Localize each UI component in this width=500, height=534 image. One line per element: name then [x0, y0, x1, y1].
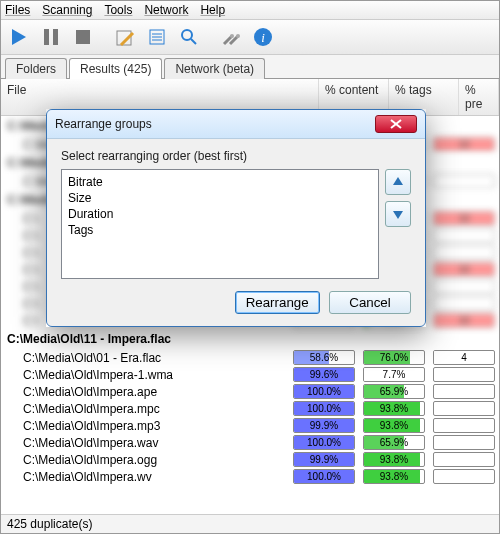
svg-point-14 — [230, 34, 234, 38]
pre-bar: 10 — [433, 262, 495, 277]
pre-bar — [433, 279, 495, 294]
dialog-title: Rearrange groups — [55, 117, 152, 131]
pre-bar — [433, 228, 495, 243]
pre-bar: 10 — [433, 211, 495, 226]
file-path: C:\Media\Old\Impera.ape — [1, 385, 289, 399]
content-bar: 100.0% — [293, 401, 355, 416]
pre-bar — [433, 384, 495, 399]
file-path: C:\Media\Old\Impera.wv — [1, 470, 289, 484]
group-header[interactable]: C:\Media\Old\11 - Impera.flac — [1, 329, 499, 349]
content-bar: 99.6% — [293, 367, 355, 382]
tab-bar: Folders Results (425) Network (beta) — [1, 55, 499, 79]
close-icon[interactable] — [375, 115, 417, 133]
svg-point-10 — [182, 30, 192, 40]
table-row[interactable]: C:\Media\Old\Impera.wv100.0%93.8% — [1, 468, 499, 485]
tags-bar: 65.9% — [363, 435, 425, 450]
move-down-button[interactable] — [385, 201, 411, 227]
status-bar: 425 duplicate(s) — [1, 514, 499, 533]
tab-network[interactable]: Network (beta) — [164, 58, 265, 79]
pre-bar: 4 — [433, 350, 495, 365]
list-item[interactable]: Duration — [66, 206, 374, 222]
rearrange-dialog: Rearrange groups Select rearranging orde… — [46, 109, 426, 327]
file-path: C:\Media\Old\Impera.ogg — [1, 453, 289, 467]
col-pre[interactable]: % pre — [459, 79, 499, 115]
tags-bar: 7.7% — [363, 367, 425, 382]
content-bar: 100.0% — [293, 435, 355, 450]
move-up-button[interactable] — [385, 169, 411, 195]
pre-bar — [433, 452, 495, 467]
tags-bar: 76.0% — [363, 350, 425, 365]
file-path: C:\Media\Old\Impera-1.wma — [1, 368, 289, 382]
search-icon[interactable] — [175, 23, 203, 51]
tab-folders[interactable]: Folders — [5, 58, 67, 79]
pre-bar — [433, 401, 495, 416]
table-row[interactable]: C:\Media\Old\Impera.mpc100.0%93.8% — [1, 400, 499, 417]
menu-scanning[interactable]: Scanning — [42, 3, 92, 17]
pre-bar — [433, 469, 495, 484]
toolbar: i — [1, 20, 499, 55]
pause-icon[interactable] — [37, 23, 65, 51]
tags-bar: 93.8% — [363, 469, 425, 484]
table-row[interactable]: C:\Media\Old\Impera-1.wma99.6%7.7% — [1, 366, 499, 383]
pre-bar — [433, 418, 495, 433]
pre-bar: 10 — [433, 313, 495, 328]
svg-marker-20 — [393, 177, 403, 185]
tags-bar: 93.8% — [363, 452, 425, 467]
menu-bar: Files Scanning Tools Network Help — [1, 1, 499, 20]
content-bar: 100.0% — [293, 384, 355, 399]
svg-line-11 — [191, 39, 196, 44]
svg-rect-1 — [44, 29, 49, 45]
pre-bar — [433, 367, 495, 382]
pre-bar — [433, 435, 495, 450]
pre-bar — [433, 296, 495, 311]
menu-tools[interactable]: Tools — [104, 3, 132, 17]
info-icon[interactable]: i — [249, 23, 277, 51]
table-row[interactable]: C:\Media\Old\Impera.wav100.0%65.9% — [1, 434, 499, 451]
file-path: C:\Media\Old\Impera.wav — [1, 436, 289, 450]
svg-marker-0 — [12, 29, 26, 45]
menu-help[interactable]: Help — [200, 3, 225, 17]
list-icon[interactable] — [143, 23, 171, 51]
rearrange-button[interactable]: Rearrange — [235, 291, 320, 314]
pre-bar: 10 — [433, 137, 495, 152]
menu-files[interactable]: Files — [5, 3, 30, 17]
table-row[interactable]: C:\Media\Old\01 - Era.flac58.6%76.0%4 — [1, 349, 499, 366]
svg-point-15 — [236, 34, 240, 38]
content-bar: 100.0% — [293, 469, 355, 484]
list-item[interactable]: Size — [66, 190, 374, 206]
table-row[interactable]: C:\Media\Old\Impera.ape100.0%65.9% — [1, 383, 499, 400]
cancel-button[interactable]: Cancel — [329, 291, 411, 314]
content-bar: 58.6% — [293, 350, 355, 365]
svg-marker-21 — [393, 211, 403, 219]
tab-results[interactable]: Results (425) — [69, 58, 162, 79]
table-row[interactable]: C:\Media\Old\Impera.mp399.9%93.8% — [1, 417, 499, 434]
order-list[interactable]: Bitrate Size Duration Tags — [61, 169, 379, 279]
menu-network[interactable]: Network — [144, 3, 188, 17]
svg-rect-3 — [76, 30, 90, 44]
svg-text:i: i — [261, 30, 265, 45]
list-item[interactable]: Bitrate — [66, 174, 374, 190]
pre-bar — [433, 174, 495, 189]
content-bar: 99.9% — [293, 452, 355, 467]
file-path: C:\Media\Old\Impera.mp3 — [1, 419, 289, 433]
svg-rect-2 — [53, 29, 58, 45]
tags-bar: 93.8% — [363, 418, 425, 433]
dialog-label: Select rearranging order (best first) — [61, 149, 411, 163]
edit-icon[interactable] — [111, 23, 139, 51]
stop-icon[interactable] — [69, 23, 97, 51]
table-row[interactable]: C:\Media\Old\Impera.ogg99.9%93.8% — [1, 451, 499, 468]
list-item[interactable]: Tags — [66, 222, 374, 238]
tags-bar: 65.9% — [363, 384, 425, 399]
content-bar: 99.9% — [293, 418, 355, 433]
settings-icon[interactable] — [217, 23, 245, 51]
file-path: C:\Media\Old\01 - Era.flac — [1, 351, 289, 365]
tags-bar: 93.8% — [363, 401, 425, 416]
dialog-titlebar: Rearrange groups — [47, 110, 425, 139]
file-path: C:\Media\Old\Impera.mpc — [1, 402, 289, 416]
play-icon[interactable] — [5, 23, 33, 51]
pre-bar — [433, 245, 495, 260]
